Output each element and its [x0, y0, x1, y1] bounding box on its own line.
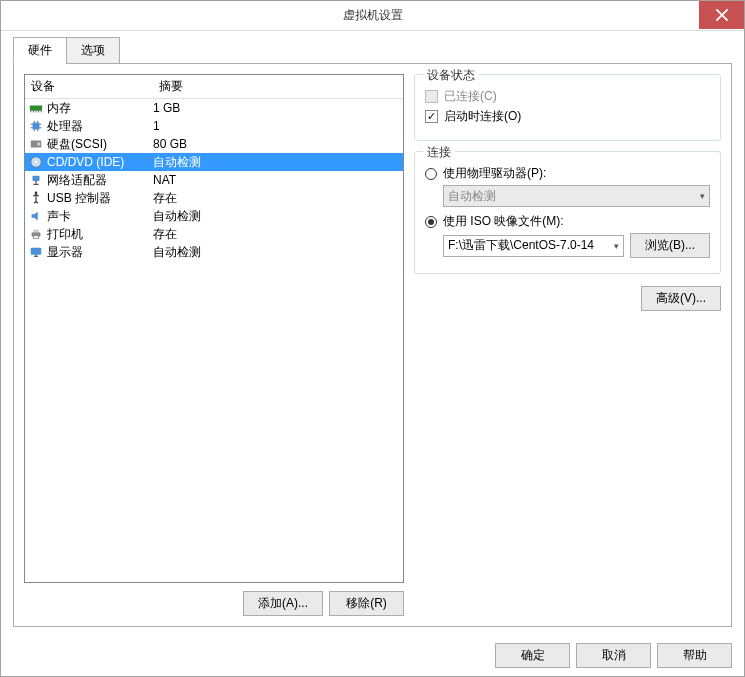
left-column: 设备 摘要 内存 1 GB 处理器 1 — [24, 74, 404, 616]
physical-drive-combo: 自动检测 ▾ — [443, 185, 710, 207]
svg-point-7 — [35, 191, 38, 194]
chevron-down-icon: ▾ — [700, 191, 705, 201]
table-row[interactable]: 处理器 1 — [25, 117, 403, 135]
tab-panel: 设备 摘要 内存 1 GB 处理器 1 — [13, 63, 732, 627]
cell-summary: 存在 — [153, 190, 401, 207]
svg-rect-9 — [33, 230, 38, 233]
cell-summary: 1 GB — [153, 101, 401, 115]
tab-hardware[interactable]: 硬件 — [13, 37, 67, 64]
cell-summary: NAT — [153, 173, 401, 187]
cell-device: CD/DVD (IDE) — [45, 155, 153, 169]
tab-strip: 硬件 选项 — [13, 37, 732, 64]
cell-summary: 1 — [153, 119, 401, 133]
col-device: 设备 — [25, 75, 153, 98]
chevron-down-icon: ▾ — [614, 241, 619, 251]
titlebar: 虚拟机设置 — [1, 1, 744, 31]
help-button[interactable]: 帮助 — [657, 643, 732, 668]
vm-settings-window: 虚拟机设置 硬件 选项 设备 摘要 内存 — [0, 0, 745, 677]
table-row[interactable]: 内存 1 GB — [25, 99, 403, 117]
iso-path-combo[interactable]: F:\迅雷下载\CentOS-7.0-14 ▾ — [443, 235, 624, 257]
connect-on-start-checkbox[interactable] — [425, 110, 438, 123]
svg-point-3 — [37, 142, 41, 146]
col-summary: 摘要 — [153, 75, 403, 98]
use-iso-label: 使用 ISO 映像文件(M): — [443, 213, 564, 230]
connect-on-start-label: 启动时连接(O) — [444, 108, 521, 125]
disk-icon — [29, 137, 43, 151]
table-row[interactable]: 打印机 存在 — [25, 225, 403, 243]
right-column: 设备状态 已连接(C) 启动时连接(O) 连接 使用物理驱动器(P): — [414, 74, 721, 616]
add-button[interactable]: 添加(A)... — [243, 591, 323, 616]
table-row[interactable]: CD/DVD (IDE) 自动检测 — [25, 153, 403, 171]
window-title: 虚拟机设置 — [343, 7, 403, 24]
svg-point-5 — [35, 161, 38, 164]
table-body: 内存 1 GB 处理器 1 硬盘(SCSI) 80 GB — [25, 99, 403, 261]
physical-drive-value: 自动检测 — [448, 188, 496, 205]
memory-icon — [29, 101, 43, 115]
content-area: 硬件 选项 设备 摘要 内存 1 GB — [1, 31, 744, 635]
cell-summary: 自动检测 — [153, 154, 401, 171]
table-row[interactable]: 显示器 自动检测 — [25, 243, 403, 261]
processor-icon — [29, 119, 43, 133]
cell-device: 显示器 — [45, 244, 153, 261]
cell-summary: 自动检测 — [153, 208, 401, 225]
svg-rect-10 — [33, 236, 38, 239]
iso-path-value: F:\迅雷下载\CentOS-7.0-14 — [448, 237, 594, 254]
connection-group: 连接 使用物理驱动器(P): 自动检测 ▾ 使用 ISO 映像文件(M): — [414, 151, 721, 274]
advanced-button[interactable]: 高级(V)... — [641, 286, 721, 311]
cd-icon — [29, 155, 43, 169]
svg-rect-6 — [33, 176, 40, 181]
cell-summary: 自动检测 — [153, 244, 401, 261]
device-status-title: 设备状态 — [423, 67, 479, 84]
table-row[interactable]: 声卡 自动检测 — [25, 207, 403, 225]
table-row[interactable]: 网络适配器 NAT — [25, 171, 403, 189]
remove-button[interactable]: 移除(R) — [329, 591, 404, 616]
cell-device: 声卡 — [45, 208, 153, 225]
close-icon — [715, 8, 729, 22]
cell-device: 处理器 — [45, 118, 153, 135]
sound-icon — [29, 209, 43, 223]
table-header: 设备 摘要 — [25, 75, 403, 99]
cell-summary: 80 GB — [153, 137, 401, 151]
svg-rect-1 — [33, 123, 40, 130]
table-row[interactable]: 硬盘(SCSI) 80 GB — [25, 135, 403, 153]
svg-rect-0 — [30, 105, 42, 110]
cell-device: 网络适配器 — [45, 172, 153, 189]
left-button-row: 添加(A)... 移除(R) — [24, 591, 404, 616]
close-button[interactable] — [699, 1, 744, 29]
cell-device: 内存 — [45, 100, 153, 117]
display-icon — [29, 245, 43, 259]
cancel-button[interactable]: 取消 — [576, 643, 651, 668]
table-row[interactable]: USB 控制器 存在 — [25, 189, 403, 207]
advanced-row: 高级(V)... — [414, 286, 721, 311]
connection-title: 连接 — [423, 144, 455, 161]
ok-button[interactable]: 确定 — [495, 643, 570, 668]
use-iso-radio[interactable] — [425, 216, 437, 228]
browse-button[interactable]: 浏览(B)... — [630, 233, 710, 258]
usb-icon — [29, 191, 43, 205]
svg-rect-11 — [31, 248, 42, 255]
device-status-group: 设备状态 已连接(C) 启动时连接(O) — [414, 74, 721, 141]
cell-summary: 存在 — [153, 226, 401, 243]
use-physical-radio[interactable] — [425, 168, 437, 180]
tab-options[interactable]: 选项 — [66, 37, 120, 64]
cell-device: USB 控制器 — [45, 190, 153, 207]
connected-checkbox — [425, 90, 438, 103]
cell-device: 硬盘(SCSI) — [45, 136, 153, 153]
dialog-footer: 确定 取消 帮助 — [1, 635, 744, 676]
network-icon — [29, 173, 43, 187]
device-table: 设备 摘要 内存 1 GB 处理器 1 — [24, 74, 404, 583]
cell-device: 打印机 — [45, 226, 153, 243]
printer-icon — [29, 227, 43, 241]
use-physical-label: 使用物理驱动器(P): — [443, 165, 546, 182]
connected-label: 已连接(C) — [444, 88, 497, 105]
